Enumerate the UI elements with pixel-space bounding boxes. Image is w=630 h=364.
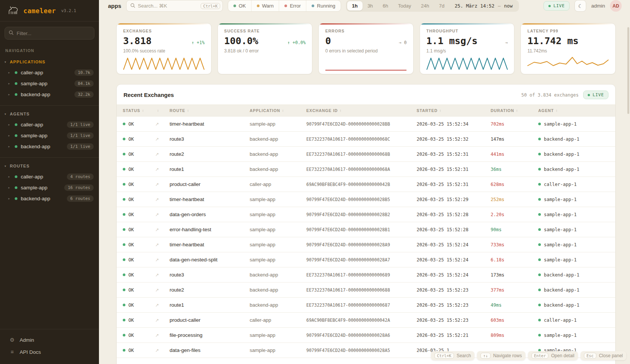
duration-cell: 90ms [491,227,538,232]
nav-section-header[interactable]: ▾ APPLICATIONS [0,58,99,67]
table-row[interactable]: OK ↗ product-caller caller-app 69AC90BF8… [117,313,615,328]
open-link-icon[interactable]: ↗ [155,137,170,142]
agent-dot-icon [538,289,541,291]
table-row[interactable]: OK ↗ file-processing sample-app 90799F47… [117,328,615,343]
nav-item-badge: 1/1 live [67,132,94,139]
status-filter-running[interactable]: Running [306,0,340,11]
table-row[interactable]: OK ↗ data-gen-orders sample-app 90799F47… [117,207,615,222]
table-row[interactable]: OK ↗ data-gen-nested-split sample-app 90… [117,252,615,267]
table-row[interactable]: OK ↗ route2 backend-app EE7322370A10617-… [117,283,615,298]
open-link-icon[interactable]: ↗ [155,197,170,202]
card-accent-bar [218,23,312,25]
column-header-duration[interactable]: DURATION↕ [491,108,538,113]
time-range-1h[interactable]: 1h [347,1,363,11]
date-range: 25. März 14:52 — now [449,3,518,9]
sidebar-item-sample-app[interactable]: ▸ sample-app 16 routes [0,182,99,193]
agent-cell: sample-app-1 [538,121,609,127]
sidebar-item-sample-app[interactable]: ▸ sample-app 84.1k [0,78,99,89]
live-toggle[interactable]: LIVE [544,1,570,11]
sidebar-item-api-docs[interactable]: ≡ API Docs [0,346,99,358]
time-range-3h[interactable]: 3h [363,1,378,11]
open-link-icon[interactable]: ↗ [155,227,170,232]
nav-item-badge: 84.1k [74,80,94,87]
open-link-icon[interactable]: ↗ [155,287,170,293]
table-row[interactable]: OK ↗ product-caller caller-app 69AC90BF8… [117,177,615,192]
table-row[interactable]: OK ↗ route2 backend-app EE7322370A10617-… [117,147,615,162]
open-link-icon[interactable]: ↗ [155,242,170,247]
content: EXCHANGES 3.818 ↑ +1% 100.0% success rat… [99,12,630,364]
nav-item-label: sample-app [21,81,48,86]
status-label: OK [128,182,134,187]
status-filter-error[interactable]: Error [279,0,306,11]
column-header-status[interactable]: STATUS↕ [123,108,155,113]
app-logo[interactable]: cameleer v3.2.1 [0,0,99,21]
sidebar-item-backend-app[interactable]: ▸ backend-app 1/1 live [0,141,99,152]
table-row[interactable]: OK ↗ timer-heartbeat sample-app 90799F47… [117,237,615,252]
sidebar-item-sample-app[interactable]: ▸ sample-app 1/1 live [0,130,99,141]
table-live-badge[interactable]: LIVE [583,91,608,99]
open-link-icon[interactable]: ↗ [155,348,170,353]
open-link-icon[interactable]: ↗ [155,333,170,338]
time-range-24h[interactable]: 24h [416,1,434,11]
avatar[interactable]: AD [610,0,622,12]
column-header-application[interactable]: APPLICATION↕ [250,108,306,113]
open-link-icon[interactable]: ↗ [155,318,170,323]
search-icon [9,30,14,37]
keyboard-hint: Esc Close panel [581,351,626,360]
sidebar-filter[interactable] [5,27,94,40]
table-row[interactable]: OK ↗ route1 backend-app EE7322370A10617-… [117,162,615,177]
nav-item-badge: 1/1 live [67,143,94,150]
theme-toggle-button[interactable]: ☾ [574,0,586,12]
exchange-id-cell: 90799F47E6CD24D-00000000000028A5 [306,348,417,353]
open-link-icon[interactable]: ↗ [155,303,170,308]
column-label: STARTED [417,108,437,113]
time-range-6h[interactable]: 6h [378,1,393,11]
sidebar-item-backend-app[interactable]: ▸ backend-app 6 routes [0,193,99,204]
scrollbar-thumb[interactable] [627,27,629,114]
status-cell: OK [123,121,155,127]
open-link-icon[interactable]: ↗ [155,182,170,187]
open-link-icon[interactable]: ↗ [155,257,170,263]
table-row[interactable]: OK ↗ timer-heartbeat sample-app 90799F47… [117,117,615,132]
status-dot-icon [233,5,236,7]
nav-section-header[interactable]: ▾ AGENTS [0,110,99,119]
filter-input[interactable] [17,31,90,36]
table-row[interactable]: OK ↗ route3 backend-app EE7322370A10617-… [117,267,615,283]
sidebar-item-caller-app[interactable]: ▸ caller-app 1/1 live [0,119,99,130]
sparkline-chart [526,55,610,72]
column-header-agent[interactable]: AGENT↕ [538,108,609,113]
nav-item-label: caller-app [21,122,43,127]
column-header-route[interactable]: ROUTE↕ [170,108,250,113]
column-header-started[interactable]: STARTED↕ [417,108,491,113]
table-row[interactable]: OK ↗ error-handling-test sample-app 9079… [117,222,615,237]
column-header-link[interactable]: ↕ [155,109,170,112]
column-header-exchange-id[interactable]: EXCHANGE ID↕ [306,108,417,113]
sidebar-item-backend-app[interactable]: ▸ backend-app 32.2k [0,89,99,100]
search-input[interactable] [138,3,198,9]
table-row[interactable]: OK ↗ route3 backend-app EE7322370A10617-… [117,132,615,147]
status-dot-icon [15,197,17,200]
nav-item-label: caller-app [21,174,43,180]
sidebar-item-admin[interactable]: ⚙ Admin [0,334,99,346]
open-link-icon[interactable]: ↗ [155,212,170,217]
open-link-icon[interactable]: ↗ [155,152,170,157]
global-search[interactable]: Ctrl+K [126,0,223,12]
table-row[interactable]: OK ↗ timer-heartbeat sample-app 90799F47… [117,192,615,207]
sidebar-item-caller-app[interactable]: ▸ caller-app 10.7k [0,67,99,78]
agent-dot-icon [538,198,541,201]
open-link-icon[interactable]: ↗ [155,121,170,127]
card-delta: → 0 [399,40,407,45]
status-filter-ok[interactable]: OK [228,0,251,11]
open-link-icon[interactable]: ↗ [155,167,170,172]
status-dot-icon [257,5,259,7]
status-label: OK [128,152,134,157]
open-link-icon[interactable]: ↗ [155,272,170,278]
time-range-7d[interactable]: 7d [434,1,449,11]
sidebar-item-caller-app[interactable]: ▸ caller-app 4 routes [0,171,99,182]
time-range-today[interactable]: Today [393,1,416,11]
live-label: LIVE [553,3,565,8]
status-filter-warn[interactable]: Warn [251,0,279,11]
table-row[interactable]: OK ↗ route1 backend-app EE7322370A10617-… [117,298,615,313]
nav-section-header[interactable]: ▾ ROUTES [0,162,99,171]
status-cell: OK [123,152,155,157]
